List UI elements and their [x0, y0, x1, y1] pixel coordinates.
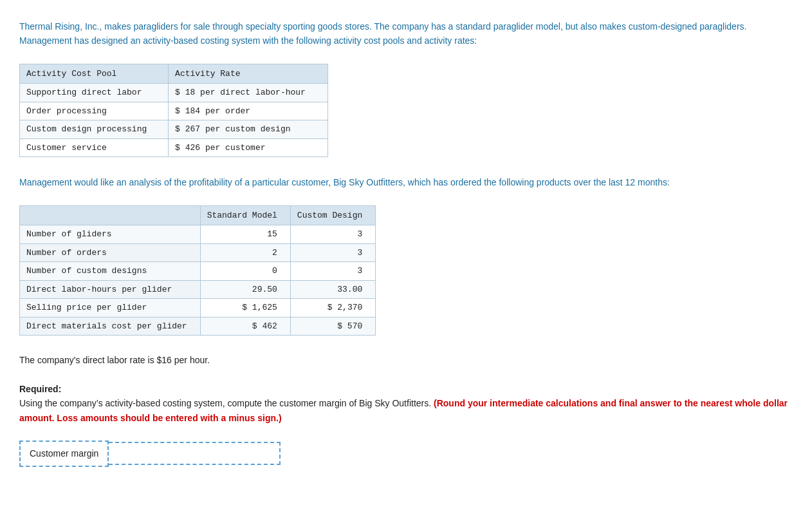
product-standard-value: $ 1,625 [200, 299, 290, 318]
activity-rate-header: Activity Rate [169, 64, 328, 84]
activity-pool-cell: Order processing [20, 102, 169, 120]
product-row-label: Selling price per glider [20, 299, 201, 318]
activity-rate-cell: $ 184 per order [169, 102, 328, 120]
intro-text: Thermal Rising, Inc., makes paragliders … [19, 19, 779, 48]
product-row-label: Number of custom designs [20, 262, 201, 281]
customer-margin-input[interactable] [109, 442, 281, 465]
required-label: Required: [19, 384, 61, 394]
activity-rate-cell: $ 426 per customer [169, 138, 328, 157]
activity-rate-cell: $ 267 per custom design [169, 120, 328, 139]
product-standard-value: 0 [200, 262, 290, 281]
custom-design-header: Custom Design [290, 205, 375, 225]
activity-pool-cell: Custom design processing [20, 120, 169, 139]
products-empty-header [20, 205, 201, 225]
activity-cost-pool-header: Activity Cost Pool [20, 64, 169, 84]
product-custom-value: $ 2,370 [290, 299, 375, 318]
activity-pool-cell: Customer service [20, 138, 169, 157]
product-row-label: Number of gliders [20, 225, 201, 244]
product-custom-value: 3 [290, 243, 375, 262]
product-standard-value: $ 462 [200, 317, 290, 336]
analysis-text: Management would like an analysis of the… [19, 175, 779, 189]
product-custom-value: 3 [290, 225, 375, 244]
product-standard-value: 2 [200, 243, 290, 262]
standard-model-header: Standard Model [200, 205, 290, 225]
product-row-label: Direct labor-hours per glider [20, 280, 201, 299]
product-standard-value: 29.50 [200, 280, 290, 299]
answer-section: Customer margin [19, 441, 793, 467]
activity-cost-table: Activity Cost Pool Activity Rate Support… [19, 64, 328, 158]
activity-rate-cell: $ 18 per direct labor-hour [169, 84, 328, 102]
required-text: Using the company’s activity-based costi… [19, 396, 793, 425]
products-table: Standard Model Custom Design Number of g… [19, 205, 376, 336]
customer-margin-label: Customer margin [19, 441, 109, 467]
labor-rate-text: The company's direct labor rate is $16 p… [19, 354, 793, 367]
product-standard-value: 15 [200, 225, 290, 244]
product-custom-value: 33.00 [290, 280, 375, 299]
product-row-label: Number of orders [20, 243, 201, 262]
product-row-label: Direct materials cost per glider [20, 317, 201, 336]
required-instructions: Using the company’s activity-based costi… [19, 398, 431, 408]
activity-pool-cell: Supporting direct labor [20, 84, 169, 102]
product-custom-value: 3 [290, 262, 375, 281]
product-custom-value: $ 570 [290, 317, 375, 336]
required-section: Required: Using the company’s activity-b… [19, 383, 793, 425]
